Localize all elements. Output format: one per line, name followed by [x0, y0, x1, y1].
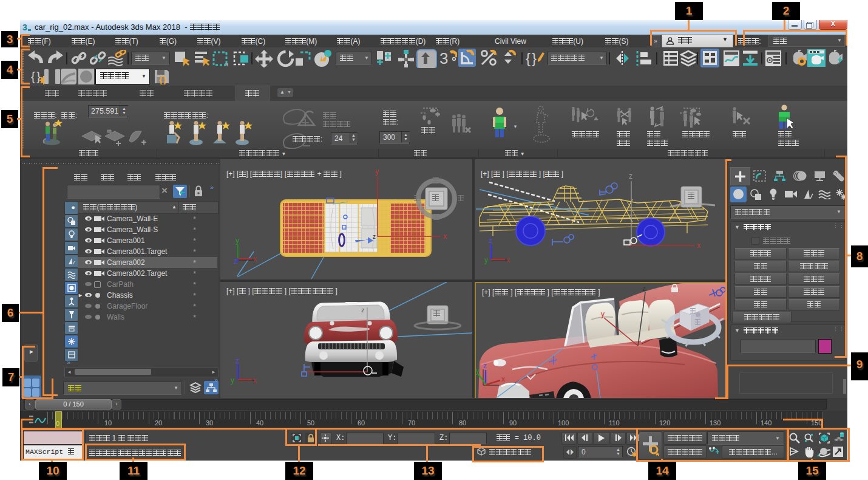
svg-text:}: } — [36, 69, 41, 83]
svg-text:3: 3 — [439, 50, 448, 67]
svg-text:y: y — [484, 256, 488, 264]
svg-text:z: z — [489, 236, 492, 245]
svg-text:{: { — [526, 50, 531, 66]
svg-text:z: z — [642, 284, 646, 293]
svg-text:{}: {} — [159, 75, 166, 84]
svg-text:z: z — [361, 306, 365, 314]
svg-text:x: x — [443, 232, 447, 241]
svg-text:x: x — [506, 256, 510, 264]
svg-text:z: z — [234, 257, 237, 266]
svg-text:z: z — [236, 357, 239, 365]
svg-text:3: 3 — [22, 22, 27, 32]
svg-text:}: } — [532, 50, 537, 66]
svg-text:z: z — [629, 172, 632, 180]
svg-text:y: y — [601, 310, 605, 318]
svg-text:y: y — [375, 167, 379, 176]
svg-text:x: x — [501, 375, 505, 383]
svg-text:x: x — [697, 241, 700, 250]
svg-text:z: z — [373, 233, 376, 240]
svg-text:y: y — [236, 236, 239, 245]
svg-text:y: y — [476, 366, 480, 375]
svg-text:x: x — [253, 376, 257, 385]
svg-text:z: z — [483, 362, 487, 370]
svg-text:y: y — [231, 376, 234, 385]
svg-text:{: { — [31, 69, 35, 83]
svg-text:x: x — [253, 255, 257, 263]
